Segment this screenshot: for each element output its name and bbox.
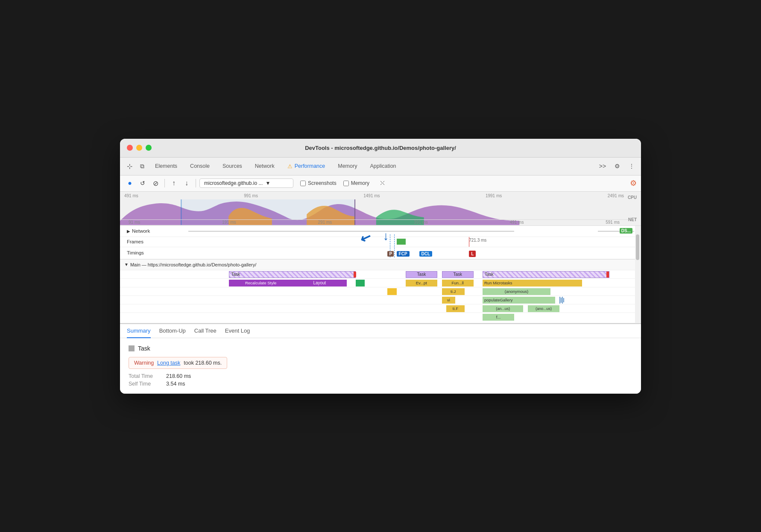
self-time-value: 3.54 ms (166, 381, 185, 387)
summary-content: Task Warning Long task took 218.60 ms. T… (120, 338, 641, 394)
self-time-row: Self Time 3.54 ms (129, 381, 632, 387)
an-us-bar-1[interactable]: (an...us) (483, 305, 523, 312)
flame-row-5-label (120, 304, 188, 313)
scrollbar-thumb[interactable] (636, 234, 639, 260)
timings-label: Timings (120, 250, 188, 255)
flame-chart: Task Task Task (120, 270, 641, 323)
timing-p: P (387, 251, 394, 257)
ti-j-bar[interactable]: ti.J (442, 288, 465, 295)
vi-bar[interactable]: vi (442, 297, 456, 304)
tab-memory[interactable]: Memory (332, 161, 363, 172)
f-bar[interactable]: f... (483, 314, 514, 321)
total-time-label: Total Time (129, 373, 163, 379)
bottom-tick-2: 191 ms (222, 220, 236, 225)
total-time-row: Total Time 218.60 ms (129, 373, 632, 379)
flame-row-1: Task Task Task (120, 270, 641, 279)
network-label: ▶ Network (120, 228, 188, 234)
tab-bar: ⊹ ⧉ Elements Console Sources Network ⚠ P… (120, 158, 641, 175)
arrow-annotation-2: ↓ (383, 229, 389, 243)
warning-row: Warning Long task took 218.60 ms. (129, 357, 227, 369)
clear-button[interactable]: ⊘ (150, 178, 161, 189)
scrollbar-track[interactable] (635, 226, 641, 323)
tab-bottom-up[interactable]: Bottom-Up (159, 324, 186, 338)
timestamp-marker: 721.3 ms (469, 238, 486, 243)
flame-row-5: ti.F (an...us) (ano...us) (120, 304, 641, 313)
total-time-value: 218.60 ms (166, 373, 191, 379)
separator-1 (164, 179, 165, 187)
frames-track: Frames 721.3 ms (120, 237, 641, 247)
main-track-header: ▼ Main — https://microsoftedge.github.io… (120, 259, 641, 270)
flame-row-6: f... (120, 313, 641, 323)
bottom-tick-6: 591 ms (606, 220, 620, 225)
more-tabs-button[interactable]: >> (597, 160, 609, 172)
memory-checkbox-input[interactable] (343, 181, 349, 186)
window-title: DevTools - microsoftedge.github.io/Demos… (305, 145, 456, 151)
tab-elements[interactable]: Elements (149, 161, 183, 172)
menu-button[interactable]: ⋮ (626, 160, 638, 172)
task-header: Task (129, 345, 632, 352)
green-bar-1[interactable] (356, 280, 365, 286)
flame-row-6-content: f... (188, 313, 641, 323)
timings-content: ↙ ↓ P FCP DCL (188, 247, 641, 259)
task-bar-1[interactable]: Task (229, 271, 356, 278)
event-pt-bar[interactable]: Ev...pt (406, 280, 437, 286)
blue-dline-2 (394, 234, 395, 257)
tab-console[interactable]: Console (184, 161, 216, 172)
warning-label: Warning (134, 360, 154, 366)
tab-performance[interactable]: ⚠ Performance (281, 161, 331, 172)
download-button[interactable]: ↓ (181, 178, 192, 189)
task-title: Task (138, 345, 150, 352)
tab-network[interactable]: Network (249, 161, 281, 172)
record-button[interactable]: ● (124, 178, 135, 189)
url-field[interactable]: microsoftedge.github.io ... ▼ (199, 178, 293, 188)
tab-summary[interactable]: Summary (127, 324, 151, 338)
anonymous-bar-1[interactable]: (anonymous) (483, 288, 550, 295)
title-bar: DevTools - microsoftedge.github.io/Demos… (120, 139, 641, 158)
bottom-tick-3: 291 ms (318, 220, 332, 225)
long-task-link[interactable]: Long task (157, 360, 180, 366)
timing-l: L (469, 251, 476, 257)
screenshots-checkbox[interactable]: Screenshots (300, 180, 337, 186)
flame-row-3: ti.J (anonymous) (120, 287, 641, 296)
tab-sources[interactable]: Sources (217, 161, 248, 172)
url-dropdown-icon[interactable]: ▼ (265, 180, 270, 186)
upload-button[interactable]: ↑ (168, 178, 179, 189)
bottom-tabs: Summary Bottom-Up Call Tree Event Log (120, 324, 641, 338)
toolbar: ● ↺ ⊘ ↑ ↓ microsoftedge.github.io ... ▼ … (120, 175, 641, 192)
network-throttle-icon[interactable]: ⛌ (380, 179, 386, 187)
run-microtasks-bar[interactable]: Run Microtasks (483, 280, 582, 286)
main-label: ▼ Main — https://microsoftedge.github.io… (120, 262, 641, 267)
recalculate-style-bar[interactable]: Recalculate Style (229, 280, 292, 286)
yellow-mini-2[interactable] (392, 288, 397, 295)
minimize-button[interactable] (136, 145, 142, 151)
ano-us-bar-2[interactable]: (ano...us) (528, 305, 559, 312)
tab-call-tree[interactable]: Call Tree (194, 324, 217, 338)
settings-button[interactable]: ⚙ (611, 160, 623, 172)
toolbar-settings-button[interactable]: ⚙ (630, 178, 637, 188)
task-bar-3[interactable]: Task (442, 271, 474, 278)
close-button[interactable] (127, 145, 133, 151)
ruler-tick-3: 1491 ms (363, 193, 380, 198)
tab-application[interactable]: Application (364, 161, 402, 172)
warning-message: took 218.60 ms. (184, 360, 222, 366)
bottom-tick-4: 391 ms (414, 220, 428, 225)
maximize-button[interactable] (146, 145, 152, 151)
device-mode-icon[interactable]: ⧉ (136, 160, 148, 172)
ruler-tick-4: 1991 ms (486, 193, 502, 198)
task-bar-2[interactable]: Task (406, 271, 437, 278)
ti-f-bar[interactable]: ti.F (446, 305, 464, 312)
task-bar-4[interactable]: Task (483, 271, 609, 278)
layout-bar[interactable]: Layout (293, 280, 347, 286)
flame-row-5-content: ti.F (an...us) (ano...us) (188, 304, 641, 313)
tab-event-log[interactable]: Event Log (225, 324, 250, 338)
memory-checkbox[interactable]: Memory (343, 180, 369, 186)
populate-gallery-bar[interactable]: populateGallery (483, 297, 555, 304)
reload-button[interactable]: ↺ (137, 178, 148, 189)
yellow-mini-1[interactable] (387, 288, 392, 295)
bottom-tick-5: 491 ms (510, 220, 524, 225)
inspect-icon[interactable]: ⊹ (123, 160, 135, 172)
flame-row-1-content: Task Task Task (188, 270, 641, 278)
info-rows: Total Time 218.60 ms Self Time 3.54 ms (129, 373, 632, 387)
screenshots-checkbox-input[interactable] (300, 181, 306, 186)
fun-ll-bar[interactable]: Fun...ll (442, 280, 474, 286)
